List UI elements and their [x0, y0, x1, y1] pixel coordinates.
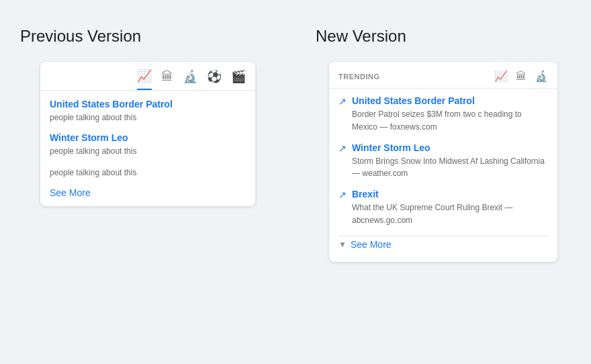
new-header: TRENDING 📈 🏛 🔬 — [329, 62, 557, 89]
new-version-card: TRENDING 📈 🏛 🔬 ↗ United States Border Pa… — [329, 62, 557, 262]
item-desc-storm-leo: Storm Brings Snow Into Midwest Af Lashin… — [352, 156, 545, 179]
trend-arrow-icon: ↗ — [338, 189, 347, 200]
entertainment-tab-prev[interactable]: 🎬 — [231, 69, 246, 89]
list-item: people talking about this — [50, 166, 246, 178]
list-item: ↗ United States Border Patrol Border Pat… — [338, 95, 548, 133]
previous-content: United States Border Patrol people talki… — [40, 91, 255, 206]
science-tab-prev[interactable]: 🔬 — [183, 69, 197, 89]
item-title-border-patrol-new[interactable]: United States Border Patrol — [352, 95, 548, 106]
item-title-brexit[interactable]: Brexit — [352, 189, 548, 199]
new-tabs: 📈 🏛 🔬 — [494, 70, 548, 83]
list-item: United States Border Patrol people talki… — [50, 99, 246, 123]
see-more-link-prev[interactable]: See More — [50, 187, 246, 198]
trending-tab-new[interactable]: 📈 — [494, 70, 508, 83]
previous-tabs: 📈 🏛 🔬 ⚽ 🎬 — [40, 62, 255, 91]
new-content: ↗ United States Border Patrol Border Pat… — [329, 89, 557, 262]
new-version-panel: New Version TRENDING 📈 🏛 🔬 ↗ United Stat… — [296, 0, 591, 275]
trending-label: TRENDING — [338, 73, 379, 81]
item-sub-unknown: people talking about this — [50, 168, 136, 177]
list-item: ↗ Brexit What the UK Supreme Court Rulin… — [338, 189, 548, 226]
previous-version-title: Previous Version — [13, 27, 141, 46]
item-title-storm-leo[interactable]: Winter Storm Leo — [50, 132, 246, 143]
item-sub-storm-leo: people talking about this — [50, 146, 136, 156]
item-body-border-patrol: United States Border Patrol Border Patro… — [352, 95, 548, 133]
politics-tab-prev[interactable]: 🏛 — [161, 70, 173, 89]
trend-arrow-icon: ↗ — [338, 143, 347, 154]
list-item: ↗ Winter Storm Leo Storm Brings Snow Int… — [338, 142, 548, 180]
item-desc-border-patrol: Border Patrol seizes $3M from two c head… — [352, 109, 522, 132]
item-body-brexit: Brexit What the UK Supreme Court Ruling … — [352, 189, 548, 226]
trend-arrow-icon: ↗ — [338, 96, 347, 107]
sports-tab-prev[interactable]: ⚽ — [207, 69, 222, 89]
new-version-title: New Version — [309, 27, 406, 46]
item-body-storm-leo: Winter Storm Leo Storm Brings Snow Into … — [352, 142, 548, 180]
science-tab-new[interactable]: 🔬 — [535, 70, 548, 83]
politics-tab-new[interactable]: 🏛 — [516, 71, 527, 83]
previous-version-panel: Previous Version 📈 🏛 🔬 ⚽ 🎬 United States… — [0, 0, 296, 220]
item-desc-brexit: What the UK Supreme Court Ruling Brexit … — [352, 203, 512, 225]
item-sub-border-patrol: people talking about this — [50, 113, 136, 122]
previous-version-card: 📈 🏛 🔬 ⚽ 🎬 United States Border Patrol pe… — [40, 62, 255, 206]
item-title-border-patrol[interactable]: United States Border Patrol — [50, 99, 246, 109]
item-title-storm-leo-new[interactable]: Winter Storm Leo — [352, 142, 548, 153]
see-more-row: ▼ See More — [338, 236, 548, 255]
list-item: Winter Storm Leo people talking about th… — [50, 132, 246, 156]
see-more-link-new[interactable]: See More — [351, 239, 392, 250]
trending-tab-prev[interactable]: 📈 — [137, 69, 152, 90]
chevron-down-icon: ▼ — [338, 240, 347, 249]
